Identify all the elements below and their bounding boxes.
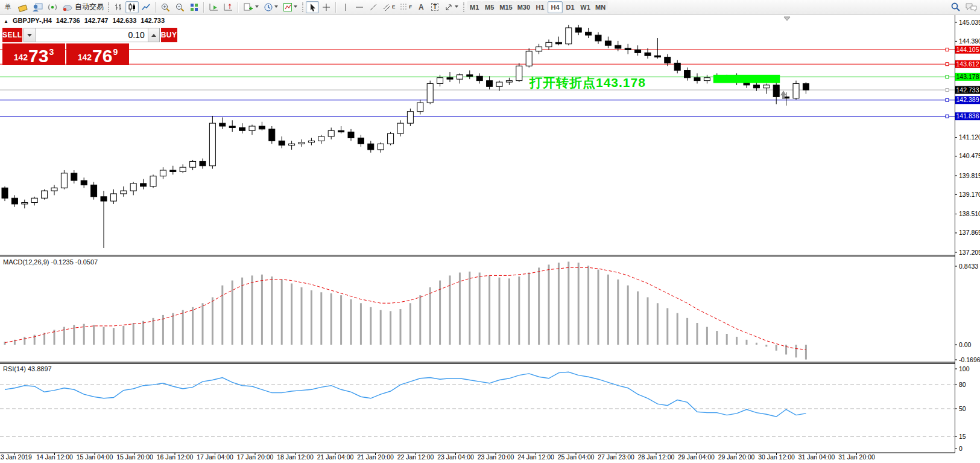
turning-point-annotation[interactable]: 打开转折点143.178	[530, 74, 646, 91]
volume-decrease-button[interactable]	[24, 28, 36, 42]
triangle-down-icon	[27, 34, 32, 37]
candle-body	[605, 41, 611, 45]
search-icon[interactable]	[950, 2, 961, 12]
chevron-down-icon	[255, 5, 259, 8]
timeframe-button[interactable]: H4	[548, 1, 563, 13]
candle-body	[684, 71, 691, 78]
text-tool-letter: A	[419, 3, 424, 11]
volume-increase-button[interactable]	[148, 28, 159, 42]
timeframe-button[interactable]: D1	[563, 1, 578, 13]
candle-body	[625, 48, 631, 49]
vertical-line-tool[interactable]	[339, 1, 352, 13]
cursor-button[interactable]	[306, 1, 319, 13]
svg-text:143.612: 143.612	[956, 60, 979, 68]
price-axis[interactable]: 145.035144.390141.120140.475139.815139.1…	[955, 19, 980, 256]
candle-body	[645, 53, 651, 56]
order-button-fragment[interactable]: 单	[1, 1, 14, 13]
new-chart-button[interactable]	[241, 1, 261, 13]
chat-icon[interactable]	[966, 2, 978, 12]
zoom-in-button[interactable]	[159, 1, 172, 13]
zoom-out-button[interactable]	[173, 1, 187, 13]
candle-body	[665, 57, 671, 63]
auto-trading-button[interactable]: 自动交易	[60, 1, 106, 13]
tile-windows-button[interactable]	[188, 1, 201, 13]
period-button[interactable]	[262, 1, 280, 13]
chart-shift-button[interactable]	[221, 1, 235, 13]
candle-body	[121, 191, 127, 194]
signal-icon[interactable]	[45, 1, 60, 13]
line-chart-button[interactable]	[139, 1, 153, 13]
sell-price-sup: 3	[49, 47, 54, 57]
volume-input[interactable]	[36, 28, 148, 42]
candle-body	[447, 78, 453, 79]
svg-text:80: 80	[959, 381, 966, 388]
sell-button[interactable]: SELL	[2, 28, 22, 42]
toolbar-grip[interactable]	[108, 2, 109, 12]
text-tool[interactable]: A	[414, 1, 428, 13]
svg-text:50: 50	[959, 405, 966, 412]
timeframe-button[interactable]: H1	[533, 1, 548, 13]
rsi-pane[interactable]: 1008050150	[0, 365, 970, 452]
new-order-icon[interactable]	[15, 1, 30, 13]
timeframe-button[interactable]: M5	[482, 1, 497, 13]
candle-body	[61, 173, 67, 188]
fibonacci-tool[interactable]: F	[397, 1, 414, 13]
horizontal-line-tool[interactable]	[353, 1, 366, 13]
channel-tool[interactable]: E	[381, 1, 397, 13]
svg-text:23 Jan 20:00: 23 Jan 20:00	[478, 453, 514, 461]
timeframe-button[interactable]: W1	[578, 1, 593, 13]
candle-body	[615, 45, 621, 48]
arrows-tool[interactable]	[442, 1, 461, 13]
triangle-up-icon	[151, 34, 156, 37]
svg-text:16 Jan 12:00: 16 Jan 12:00	[157, 453, 194, 461]
candle-body	[417, 103, 423, 112]
candle-body	[526, 51, 532, 66]
candle-body	[773, 85, 779, 97]
highlight-box[interactable]	[713, 75, 780, 83]
clock-icon	[264, 2, 273, 12]
timeframe-button[interactable]: MN	[593, 1, 608, 13]
text-label-tool[interactable]: T	[428, 1, 441, 13]
candle-body	[279, 141, 285, 145]
svg-text:141.836: 141.836	[956, 112, 979, 120]
chart-shift-icon	[223, 2, 233, 12]
ohlc-open: 142.736	[56, 17, 80, 24]
toolbar-separator	[238, 2, 239, 13]
candle-body	[209, 123, 215, 166]
svg-text:25 Jan 04:00: 25 Jan 04:00	[558, 453, 595, 461]
candle-body	[793, 83, 799, 98]
timeframe-button[interactable]: M1	[467, 1, 482, 13]
candle-body	[427, 83, 433, 103]
sell-price-display[interactable]: 142 73 3	[2, 43, 65, 65]
trendline-icon	[368, 2, 378, 12]
candle-body	[2, 188, 8, 198]
crosshair-button[interactable]	[320, 1, 333, 13]
candle-body	[546, 42, 552, 46]
svg-text:14 Jan 12:00: 14 Jan 12:00	[36, 453, 73, 461]
macd-signal-line	[5, 267, 806, 350]
chevron-down-icon	[294, 5, 298, 8]
timeframe-button[interactable]: M30	[515, 1, 533, 13]
svg-text:13 Jan 2019: 13 Jan 2019	[0, 453, 32, 461]
toolbar-grip[interactable]	[302, 2, 303, 12]
community-icon[interactable]	[30, 1, 45, 13]
timeframe-button[interactable]: M15	[497, 1, 514, 13]
macd-pane[interactable]: 0.84330.00-0.1696	[5, 261, 980, 363]
trendline-tool[interactable]	[367, 1, 380, 13]
candle-body	[803, 83, 809, 90]
candle-body	[160, 170, 166, 176]
candle-body	[31, 198, 37, 202]
auto-scroll-button[interactable]	[207, 1, 221, 13]
time-axis[interactable]: 13 Jan 201914 Jan 12:0015 Jan 04:0015 Ja…	[0, 453, 875, 461]
candle-body	[407, 112, 413, 123]
indicators-button[interactable]	[281, 1, 300, 13]
bar-chart-button[interactable]	[112, 1, 125, 13]
chart-area[interactable]: 145.035144.390141.120140.475139.815139.1…	[0, 0, 980, 463]
candle-body	[101, 197, 107, 201]
candlestick-chart-button[interactable]	[125, 1, 139, 13]
candle-body	[635, 49, 641, 53]
toolbar-grip[interactable]	[463, 2, 464, 12]
candle-body	[516, 66, 522, 80]
buy-button[interactable]: BUY	[161, 28, 177, 42]
buy-price-display[interactable]: 142 76 9	[66, 43, 129, 65]
